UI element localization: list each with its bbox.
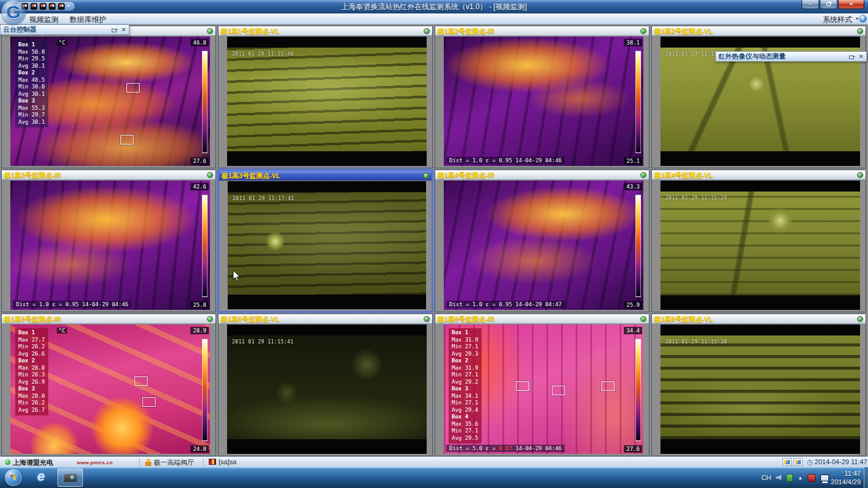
box-value: Avg 30.1 bbox=[18, 119, 45, 126]
panel-title: 极1高2号监测点-VL bbox=[654, 27, 713, 36]
panel-header[interactable]: 极1高5号监测点-IR bbox=[2, 314, 215, 324]
pin-icon[interactable] bbox=[849, 54, 855, 59]
panel-title: 极1高3号监测点-VL bbox=[222, 171, 280, 181]
box-name: Box 1 bbox=[18, 329, 45, 337]
language-indicator[interactable]: CH bbox=[761, 474, 771, 481]
video-panel-3-ir[interactable]: 极1高3号监测点-IR42.625.8Dist = 1.0 ε = 0.95 1… bbox=[1, 170, 216, 312]
hidden-icons-arrow[interactable]: ▲ bbox=[798, 475, 803, 481]
letterbox-top bbox=[660, 37, 860, 48]
menu-database-maintenance[interactable]: 数据库维护 bbox=[66, 15, 110, 25]
show-desktop-button[interactable] bbox=[864, 467, 868, 488]
video-timestamp: 2011 01 29 11:15:40 bbox=[232, 51, 294, 57]
video-panel-2-vl[interactable]: 极1高2号监测点-VL2011 01 29 11:15:35 bbox=[651, 26, 866, 168]
video-panel-1-ir[interactable]: 极1高1号监测点-IR46.827.6°CBox 1Max 50.8Min 29… bbox=[1, 26, 216, 168]
camera-app-icon bbox=[64, 474, 77, 482]
chevron-down-icon[interactable]: ▾ bbox=[856, 16, 858, 21]
panel-header[interactable]: 极1高4号监测点-VL bbox=[652, 170, 866, 180]
ptz-controller-panel[interactable]: 云台控制器 ✕ bbox=[0, 24, 129, 35]
mouse-cursor bbox=[233, 270, 241, 282]
video-content[interactable]: 2011 01 29 11:15:41 bbox=[219, 324, 432, 456]
temperature-scale bbox=[202, 339, 208, 441]
start-button[interactable] bbox=[5, 469, 22, 486]
box-value: Min 27.1 bbox=[452, 371, 478, 379]
box-value: Max 55.3 bbox=[18, 105, 45, 112]
panel-header[interactable]: 极1高3号监测点-IR bbox=[2, 170, 215, 180]
video-panel-5-vl[interactable]: 极1高5号监测点-VL2011 01 29 11:15:41 bbox=[218, 314, 433, 456]
stream-status-light-icon bbox=[207, 172, 213, 178]
ir-measurement-panel-title: 红外热像仪与动态测量 bbox=[718, 52, 849, 61]
internet-explorer-icon[interactable]: e bbox=[32, 468, 50, 487]
close-icon[interactable]: ✕ bbox=[121, 27, 126, 33]
video-panel-2-ir[interactable]: 极1高2号监测点-IR38.125.1Dist = 1.0 ε = 0.95 1… bbox=[435, 26, 649, 168]
restore-button[interactable] bbox=[820, 0, 837, 9]
usb-device-icon[interactable] bbox=[786, 474, 793, 482]
video-content[interactable]: 38.125.1Dist = 1.0 ε = 0.95 14-04-29 04:… bbox=[435, 36, 649, 168]
panel-header[interactable]: 极1高2号监测点-IR bbox=[435, 26, 649, 36]
letterbox-bottom bbox=[660, 439, 860, 454]
video-content[interactable]: 2011 01 29 11:15:29 bbox=[652, 180, 866, 312]
panel-header[interactable]: 极1高5号监测点-VL bbox=[219, 314, 432, 324]
panel-header[interactable]: 极1高6号监测点-VL bbox=[652, 314, 866, 324]
camera-param-text: Dist = 1.0 ε = 0.95 14-04-29 04:47 bbox=[449, 301, 562, 307]
panel-header[interactable]: 极1高2号监测点-VL bbox=[652, 26, 866, 36]
tray-app-icon[interactable] bbox=[808, 474, 816, 482]
scale-min-value: 25.9 bbox=[624, 301, 642, 309]
panel-title: 极1高4号监测点-VL bbox=[654, 171, 713, 180]
video-panel-5-ir[interactable]: 极1高5号监测点-IR28.924.8°CBox 1Max 27.7Min 26… bbox=[1, 314, 216, 456]
video-content[interactable]: 2011 01 29 11:17:41 bbox=[219, 181, 432, 311]
video-panel-6-vl[interactable]: 极1高6号监测点-VL2011 01 29 11:15:38 bbox=[651, 314, 866, 456]
pin-icon[interactable] bbox=[112, 27, 117, 32]
volume-icon[interactable] bbox=[776, 475, 781, 481]
menu-system-style[interactable]: 系统样式 bbox=[823, 15, 852, 25]
stream-status-light-icon bbox=[857, 316, 863, 322]
window-tool-icon[interactable] bbox=[794, 458, 803, 466]
box-value: Avg 26.6 bbox=[18, 351, 45, 358]
vl-scene bbox=[228, 192, 426, 295]
box-name: Box 1 bbox=[18, 41, 45, 49]
measurement-box-marker bbox=[142, 397, 156, 407]
box-value: Min 29.7 bbox=[18, 112, 45, 119]
video-content[interactable]: 46.827.6°CBox 1Max 50.8Min 29.5Avg 30.1B… bbox=[2, 36, 215, 168]
letterbox-bottom bbox=[228, 295, 426, 309]
box-value: Max 28.0 bbox=[18, 393, 45, 400]
minimize-button[interactable]: – bbox=[801, 0, 819, 9]
user-badge-icon bbox=[209, 459, 216, 465]
application-window: ▾ 上海奉贤换流站热红外在线监测系统（v1.0） - [视频监测] – ✕ G … bbox=[0, 0, 868, 488]
panel-header[interactable]: 极1高3号监测点-VL bbox=[219, 171, 432, 181]
stream-status-light-icon bbox=[640, 316, 646, 322]
stream-status-light-icon bbox=[640, 172, 646, 178]
panel-title: 极1高5号监测点-IR bbox=[4, 315, 61, 324]
menu-video-monitor[interactable]: 视频监测 bbox=[26, 15, 62, 25]
panel-header[interactable]: 极1高6号监测点-IR bbox=[435, 314, 649, 324]
video-panel-4-ir[interactable]: 极1高4号监测点-IR43.325.9Dist = 1.0 ε = 0.95 1… bbox=[435, 170, 649, 312]
box-value: Avg 26.9 bbox=[18, 379, 45, 386]
video-panel-4-vl[interactable]: 极1高4号监测点-VL2011 01 29 11:15:29 bbox=[651, 170, 866, 312]
video-content[interactable]: 34.427.6Box 1Max 31.9Min 27.1Avg 29.3Box… bbox=[435, 324, 649, 456]
station-name: 极一高端阀厅 bbox=[154, 459, 194, 466]
help-icon[interactable]: ? bbox=[859, 15, 867, 23]
monitoring-app-taskbar-button[interactable] bbox=[57, 468, 83, 487]
close-button[interactable]: ✕ bbox=[838, 0, 864, 9]
panel-header[interactable]: 极1高4号监测点-IR bbox=[435, 170, 649, 180]
video-content[interactable]: 28.924.8°CBox 1Max 27.7Min 26.2Avg 26.6B… bbox=[2, 324, 215, 456]
ir-measurement-panel[interactable]: 红外热像仪与动态测量 ✕ bbox=[715, 51, 867, 62]
video-panel-6-ir[interactable]: 极1高6号监测点-IR34.427.6Box 1Max 31.9Min 27.1… bbox=[435, 314, 649, 456]
taskbar-clock[interactable]: 11:47 2014/4/29 bbox=[831, 469, 861, 486]
stream-status-light-icon bbox=[207, 28, 213, 34]
box-name: Box 2 bbox=[18, 70, 45, 77]
close-icon[interactable]: ✕ bbox=[859, 54, 864, 60]
image-tool-icon[interactable] bbox=[783, 458, 792, 466]
panel-header[interactable]: 极1高1号监测点-VL bbox=[219, 26, 432, 36]
video-content[interactable]: 43.325.9Dist = 1.0 ε = 0.95 14-04-29 04:… bbox=[435, 180, 649, 312]
company-website[interactable]: www.pmirs.cn bbox=[77, 460, 113, 465]
video-panel-1-vl[interactable]: 极1高1号监测点-VL2011 01 29 11:15:40 bbox=[218, 26, 433, 168]
video-content[interactable]: 2011 01 29 11:15:40 bbox=[219, 36, 432, 168]
letterbox-bottom bbox=[227, 151, 427, 166]
title-bar[interactable]: ▾ 上海奉贤换流站热红外在线监测系统（v1.0） - [视频监测] – ✕ bbox=[0, 0, 868, 13]
video-content[interactable]: 42.625.8Dist = 1.0 ε = 0.95 14-04-29 04:… bbox=[2, 180, 215, 312]
video-panel-3-vl[interactable]: 极1高3号监测点-VL2011 01 29 11:17:41 bbox=[218, 170, 433, 312]
temperature-scale bbox=[635, 51, 641, 153]
network-icon[interactable] bbox=[820, 475, 829, 481]
video-content[interactable]: 2011 01 29 11:15:38 bbox=[652, 324, 866, 456]
box-value: Avg 30.1 bbox=[18, 91, 45, 98]
